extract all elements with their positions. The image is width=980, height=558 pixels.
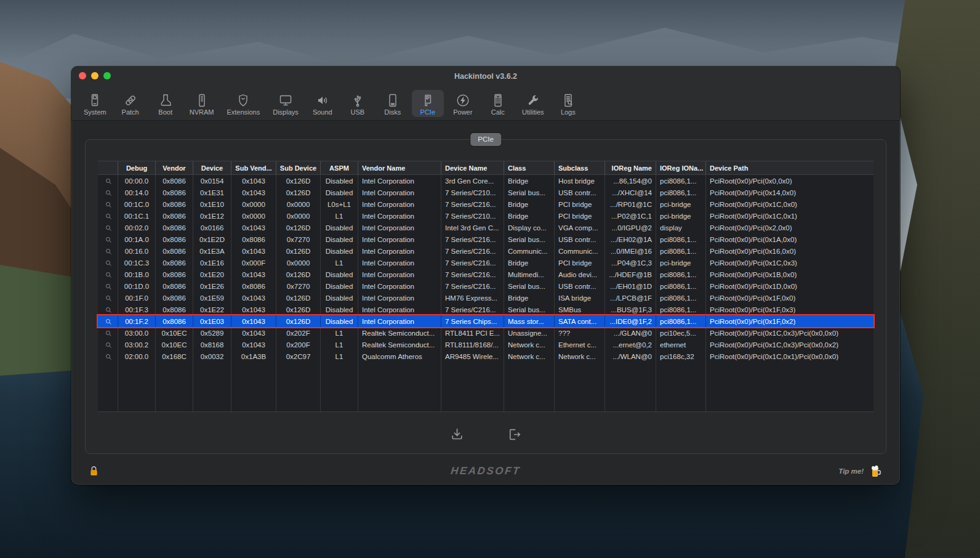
magnifier-icon[interactable] [98,245,118,257]
table-row[interactable]: 00:02.00x80860x01660x10430x126DDisabledI… [98,222,874,233]
magnifier-icon[interactable] [98,210,118,222]
magnifier-icon[interactable] [98,187,118,198]
empty-cell [321,362,358,411]
cell-vendor: 0x8086 [156,198,193,210]
column-header-aspm[interactable]: ASPM [321,161,358,174]
magnifier-icon[interactable] [98,233,118,245]
toolbar-item-usb[interactable]: USB [342,90,374,117]
toolbar-item-label: Utilities [522,109,544,116]
magnifier-icon[interactable] [98,315,118,327]
cell-sub-vendor: 0x1A3B [231,350,276,362]
cell-device-name: 7 Series/C210... [441,187,504,198]
magnifier-icon[interactable] [98,339,118,350]
export-clipboard-button[interactable] [504,424,525,445]
toolbar-item-utilities[interactable]: Utilities [517,90,549,117]
cell-aspm: Disabled [321,222,358,233]
power-icon [456,92,470,108]
table-row[interactable]: 00:16.00x80860x1E3A0x10430x126DDisabledI… [98,245,874,257]
cell-device-path: PciRoot(0x0)/Pci(0x1C,0x3) [706,257,874,269]
toolbar-item-boot[interactable]: Boot [150,90,182,117]
column-header-vendor-name[interactable]: Vendor Name [358,161,441,174]
cell-sub-device: 0x202F [276,327,321,339]
empty-cell [118,362,156,411]
column-header-sub-device[interactable]: Sub Device [276,161,321,174]
tab-pcie[interactable]: PCIe [470,133,501,146]
toolbar-item-pcie[interactable]: PCIe [412,90,444,117]
cell-sub-vendor: 0x1043 [231,222,276,233]
empty-cell [358,362,441,411]
cell-aspm: Disabled [321,315,358,327]
magnifier-icon[interactable] [98,280,118,292]
table-row[interactable]: 00:1C.00x80860x1E100x00000x0000L0s+L1Int… [98,198,874,210]
column-header-ioreg-iona[interactable]: IOReg IONa... [656,161,706,174]
toolbar-item-power[interactable]: Power [447,90,479,117]
magnifier-icon[interactable] [98,175,118,187]
table-row[interactable]: 00:1F.00x80860x1E590x10430x126DDisabledI… [98,292,874,304]
magnifier-icon[interactable] [98,304,118,315]
cell-sub-device: 0x126D [276,187,321,198]
cell-device-name: 7 Series/C216... [441,269,504,280]
table-row[interactable]: 00:14.00x80860x1E310x10430x126DDisabledI… [98,187,874,198]
title-bar[interactable]: Hackintool v3.6.2 [71,67,900,85]
cell-device-path: PciRoot(0x0)/Pci(0x1D,0x0) [706,280,874,292]
cell-sub-vendor: 0x1043 [231,245,276,257]
toolbar-item-logs[interactable]: Logs [552,90,584,117]
toolbar-item-displays[interactable]: Displays [268,90,303,117]
cell-ioreg-ioname: pci8086,1... [656,233,706,245]
cell-subclass: Audio devi... [555,269,605,280]
column-header-ioreg-name[interactable]: IOReg Name [605,161,656,174]
cell-device-name: 7 Series/C216... [441,233,504,245]
table-row[interactable]: 03:00.20x10EC0x81680x10430x200FL1Realtek… [98,339,874,350]
table-row[interactable]: 03:00.00x10EC0x52890x10430x202FL1Realtek… [98,327,874,339]
table-row-selected[interactable]: 00:1F.20x80860x1E030x10430x126DDisabledI… [98,315,874,327]
table-row[interactable]: 00:1D.00x80860x1E260x80860x7270DisabledI… [98,280,874,292]
table-row[interactable]: 00:1A.00x80860x1E2D0x80860x7270DisabledI… [98,233,874,245]
toolbar-item-system[interactable]: System [79,90,111,117]
column-header-vendor[interactable]: Vendor [156,161,193,174]
column-header-subclass[interactable]: Subclass [555,161,605,174]
cell-ioreg-name: ...BUS@1F,3 [605,304,656,315]
table-row[interactable]: 00:1C.10x80860x1E120x00000x0000L1Intel C… [98,210,874,222]
cell-subclass: SATA cont... [555,315,605,327]
table-row[interactable]: 00:1F.30x80860x1E220x10430x126DDisabledI… [98,304,874,315]
column-header-device-path[interactable]: Device Path [706,161,874,174]
magnifier-icon[interactable] [98,222,118,233]
table-row[interactable]: 00:00.00x80860x01540x10430x126DDisabledI… [98,175,874,187]
cell-debug: 03:00.2 [118,339,156,350]
toolbar-item-label: Extensions [227,109,260,116]
table-row[interactable]: 02:00.00x168C0x00320x1A3B0x2C97L1Qualcom… [98,350,874,362]
empty-cell [231,362,276,411]
toolbar-item-sound[interactable]: Sound [307,90,339,117]
toolbar-item-nvram[interactable]: NVRAM [185,90,219,117]
empty-cell [156,362,193,411]
column-header-device[interactable]: Device [193,161,231,174]
column-header-debug[interactable]: Debug [118,161,156,174]
column-header-device-name[interactable]: Device Name [441,161,504,174]
table-row[interactable]: 00:1C.30x80860x1E160x000F0x0000L1Intel C… [98,257,874,269]
cell-ioreg-ioname: pci10ec,5... [656,327,706,339]
cell-subclass: SMBus [555,304,605,315]
column-header-sub-vend[interactable]: Sub Vend... [231,161,276,174]
magnifier-icon[interactable] [98,350,118,362]
magnifier-icon[interactable] [98,269,118,280]
toolbar-item-label: NVRAM [190,109,214,116]
cell-vendor: 0x8086 [156,304,193,315]
toolbar-item-patch[interactable]: Patch [114,90,147,117]
cell-device-path: PciRoot(0x0)/Pci(0x0,0x0) [706,175,874,187]
cell-vendor: 0x8086 [156,257,193,269]
cell-sub-vendor: 0x1043 [231,292,276,304]
magnifier-icon[interactable] [98,292,118,304]
cell-vendor-name: Intel Corporation [358,257,441,269]
toolbar-item-calc[interactable]: Calc [482,90,514,117]
cell-debug: 00:1C.0 [118,198,156,210]
toolbar-item-disks[interactable]: Disks [377,90,409,117]
magnifier-icon[interactable] [98,327,118,339]
disks-icon [385,92,400,108]
table-row[interactable]: 00:1B.00x80860x1E200x10430x126DDisabledI… [98,269,874,280]
magnifier-icon[interactable] [98,198,118,210]
export-file-button[interactable] [446,424,468,445]
cell-device-path: PciRoot(0x0)/Pci(0x1F,0x2) [706,315,874,327]
toolbar-item-extensions[interactable]: Extensions [222,90,265,117]
column-header-class[interactable]: Class [504,161,555,174]
magnifier-icon[interactable] [98,257,118,269]
